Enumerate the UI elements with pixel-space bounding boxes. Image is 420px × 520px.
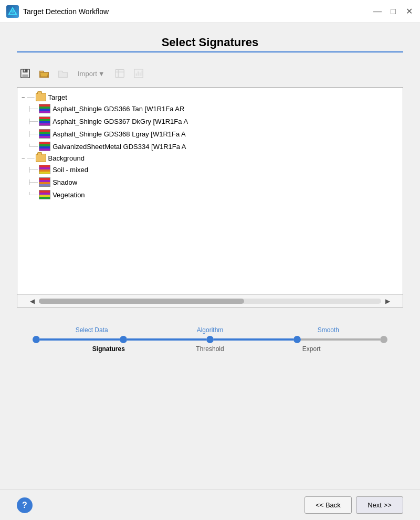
svg-point-1 — [11, 10, 14, 13]
scroll-right-arrow[interactable]: ▶ — [383, 298, 392, 305]
connector-1: ├── — [28, 106, 38, 111]
horizontal-scrollbar[interactable]: ◀ ▶ — [17, 294, 403, 307]
import-folder-button — [55, 65, 71, 82]
back-button[interactable]: << Back — [304, 496, 352, 514]
maximize-button[interactable]: □ — [388, 7, 398, 16]
step-bottom-spacer-3 — [235, 345, 286, 353]
step-bottom-labels: Signatures Threshold Export — [27, 345, 393, 353]
title-bar-left: Target Detection Workflow — [6, 5, 109, 18]
minimize-button[interactable]: — — [373, 7, 382, 16]
export-table-button — [111, 65, 128, 82]
save-button[interactable] — [17, 65, 34, 82]
window-title: Target Detection Workflow — [23, 7, 109, 16]
spectrum-icon-4 — [39, 142, 50, 151]
spectrum-icon-5 — [39, 165, 50, 174]
step-bottom-label-threshold: Threshold — [185, 345, 236, 353]
svg-rect-6 — [115, 70, 124, 78]
target-children: ├── Asphalt_Shingle GDS366 Tan [W1R1Fa A… — [19, 102, 401, 153]
toolbar: Import ▼ — [17, 65, 403, 82]
tree-item-vegetation[interactable]: └── Vegetation — [19, 188, 401, 201]
import-label: Import — [78, 70, 97, 78]
spectrum-icon-2 — [39, 116, 50, 126]
tree-item-soil[interactable]: ├── Soil - mixed — [19, 163, 401, 176]
scroll-thumb[interactable] — [39, 299, 244, 304]
next-button[interactable]: Next >> — [356, 496, 403, 514]
close-button[interactable]: ✕ — [404, 7, 414, 16]
tree-item-galvanized[interactable]: └── GalvanizedSheetMetal GDS334 [W1R1Fa … — [19, 140, 401, 153]
scroll-left-arrow[interactable]: ◀ — [28, 298, 37, 305]
tree-panel: − ── Target ├── Asphalt_Shingle GDS366 T… — [17, 87, 403, 307]
item-label-vegetation: Vegetation — [52, 191, 85, 199]
svg-rect-5 — [24, 70, 25, 72]
statistics-button — [130, 65, 147, 82]
item-label-asphalt-367: Asphalt_Shingle GDS367 DkGry [W1R1Fa A — [52, 118, 188, 125]
background-folder-icon — [36, 154, 46, 162]
step-top-labels: Select Data Algorithm Smooth — [27, 326, 393, 334]
title-bar-controls: — □ ✕ — [373, 7, 414, 16]
step-segment-4 — [301, 338, 381, 341]
background-connector: ── — [27, 155, 34, 161]
spectrum-icon-3 — [39, 129, 50, 139]
step-bottom-spacer-2 — [134, 345, 185, 353]
target-folder-icon — [36, 93, 46, 101]
step-top-label-select-data: Select Data — [33, 326, 151, 334]
import-button[interactable]: Import ▼ — [74, 68, 109, 80]
connector-3: ├── — [28, 131, 38, 136]
next-label: Next >> — [368, 501, 392, 509]
help-button[interactable]: ? — [17, 497, 33, 513]
step-track — [27, 336, 393, 343]
step-segment-3 — [214, 338, 293, 341]
tree-item-asphalt-366[interactable]: ├── Asphalt_Shingle GDS366 Tan [W1R1Fa A… — [19, 102, 401, 115]
step-top-label-algorithm: Algorithm — [151, 326, 269, 334]
main-content: Select Signatures Import ▼ — [0, 23, 420, 490]
target-collapse-icon[interactable]: − — [22, 94, 25, 100]
item-label-shadow: Shadow — [52, 178, 77, 186]
step-dot-4 — [293, 336, 301, 343]
step-dot-5 — [380, 336, 387, 343]
target-group-label: Target — [48, 93, 67, 101]
step-bottom-spacer-4 — [337, 345, 387, 353]
tree-group-target[interactable]: − ── Target — [19, 92, 401, 102]
spectrum-icon-7 — [39, 190, 50, 199]
tree-item-asphalt-367[interactable]: ├── Asphalt_Shingle GDS367 DkGry [W1R1Fa… — [19, 115, 401, 128]
item-label-asphalt-368: Asphalt_Shingle GDS368 Lgray [W1R1Fa A — [52, 130, 186, 138]
step-dot-1 — [33, 336, 40, 343]
step-bottom-label-export: Export — [286, 345, 337, 353]
background-collapse-icon[interactable]: − — [22, 155, 25, 161]
app-icon — [6, 5, 19, 18]
nav-buttons: << Back Next >> — [304, 496, 403, 514]
background-group-label: Background — [48, 154, 85, 162]
import-dropdown-arrow: ▼ — [98, 70, 105, 78]
tree-item-asphalt-368[interactable]: ├── Asphalt_Shingle GDS368 Lgray [W1R1Fa… — [19, 128, 401, 140]
step-bottom-label-signatures: Signatures — [83, 345, 134, 353]
page-title: Select Signatures — [17, 36, 403, 49]
workflow-steps: Select Data Algorithm Smooth Signatures … — [17, 318, 403, 357]
item-label-galvanized: GalvanizedSheetMetal GDS334 [W1R1Fa A — [52, 143, 186, 151]
scroll-track[interactable] — [39, 299, 381, 304]
spectrum-icon-6 — [39, 177, 50, 187]
help-icon: ? — [22, 501, 27, 510]
step-bottom-spacer-1 — [33, 345, 83, 353]
step-dot-2 — [120, 336, 127, 343]
item-label-soil: Soil - mixed — [52, 166, 88, 174]
connector-7: └── — [28, 192, 38, 197]
title-bar: Target Detection Workflow — □ ✕ — [0, 0, 420, 23]
bottom-bar: ? << Back Next >> — [0, 490, 420, 520]
tree-scroll[interactable]: − ── Target ├── Asphalt_Shingle GDS366 T… — [17, 88, 403, 294]
connector-2: ├── — [28, 119, 38, 124]
title-underline — [17, 51, 403, 52]
connector-6: ├── — [28, 179, 38, 185]
tree-item-shadow[interactable]: ├── Shadow — [19, 176, 401, 188]
step-top-label-smooth: Smooth — [269, 326, 387, 334]
background-children: ├── Soil - mixed ├── — [19, 163, 401, 201]
step-segment-1 — [40, 338, 120, 341]
spectrum-icon-1 — [39, 104, 50, 113]
item-label-asphalt-366: Asphalt_Shingle GDS366 Tan [W1R1Fa AR — [52, 105, 184, 113]
target-connector: ── — [27, 94, 34, 100]
open-button[interactable] — [36, 65, 52, 82]
connector-5: ├── — [28, 167, 38, 172]
connector-4: └── — [28, 144, 38, 149]
tree-group-background[interactable]: − ── Background — [19, 153, 401, 163]
svg-rect-4 — [23, 75, 28, 78]
step-dot-3 — [206, 336, 214, 343]
